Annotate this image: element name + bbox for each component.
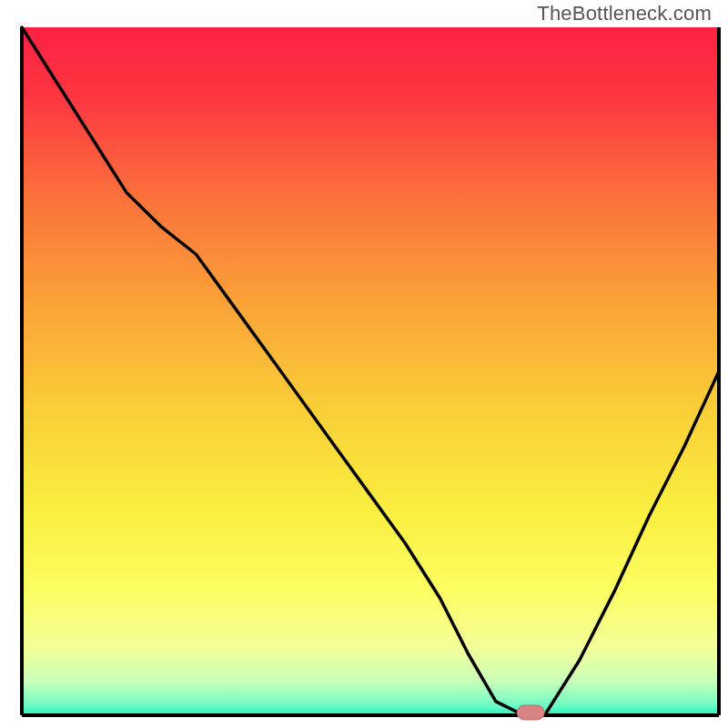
gradient-background <box>22 27 719 715</box>
plot-area <box>22 27 719 720</box>
optimal-point-marker <box>517 705 544 720</box>
bottleneck-chart <box>0 0 728 728</box>
chart-container: TheBottleneck.com <box>0 0 728 728</box>
